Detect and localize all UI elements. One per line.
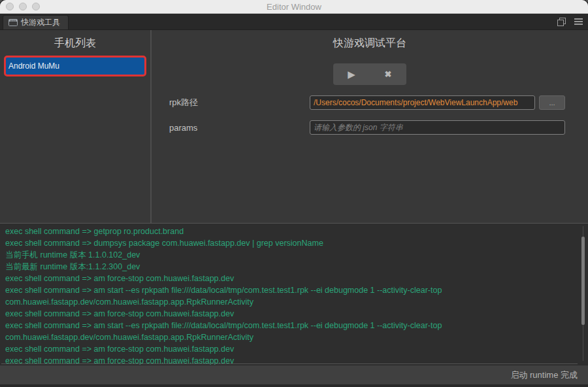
play-button[interactable]: ▶	[333, 63, 370, 85]
params-label: params	[169, 123, 310, 133]
editor-window: Editor Window 快游戏工具	[0, 0, 588, 387]
console-vscrollbar-thumb[interactable]	[581, 237, 585, 325]
window-title: Editor Window	[0, 2, 588, 12]
stacked-windows-icon[interactable]	[557, 18, 566, 26]
window-bottom-edge	[0, 384, 588, 387]
run-control-group: ▶ ✖	[333, 63, 406, 85]
console-line: exec shell command => dumpsys package co…	[5, 237, 579, 249]
console-line: 当前最新 runtime 版本:1.1.2.300_dev	[5, 261, 579, 273]
tab-strip: 快游戏工具	[0, 14, 588, 30]
device-list-panel: 手机列表 Android MuMu	[0, 30, 152, 223]
status-bar: 启动 runtime 完成	[0, 365, 588, 384]
play-icon: ▶	[348, 69, 355, 80]
console-log[interactable]: exec shell command => getprop ro.product…	[0, 223, 588, 365]
tab-quickgame-tool[interactable]: 快游戏工具	[3, 15, 69, 29]
console-lines: exec shell command => getprop ro.product…	[5, 226, 579, 365]
status-text: 启动 runtime 完成	[510, 369, 578, 381]
console-line: com.huawei.fastapp.dev/com.huawei.fastap…	[5, 331, 579, 343]
stop-button[interactable]: ✖	[370, 63, 406, 85]
device-item-android-mumu[interactable]: Android MuMu	[4, 56, 146, 76]
debug-platform-header: 快游戏调试平台	[152, 35, 588, 56]
params-input[interactable]	[310, 120, 565, 135]
main-area: 手机列表 Android MuMu 快游戏调试平台 ▶ ✖ rpk路径 ...	[0, 30, 588, 223]
console-line: exec shell command => am start --es rpkp…	[5, 284, 579, 296]
hamburger-menu-icon[interactable]	[574, 18, 583, 25]
console-line: exec shell command => am force-stop com.…	[5, 343, 579, 355]
console-hscrollbar-track	[1, 363, 578, 364]
device-list-header: 手机列表	[0, 35, 150, 56]
rpk-path-label: rpk路径	[169, 97, 310, 109]
params-row: params	[152, 120, 588, 135]
console-line: exec shell command => am force-stop com.…	[5, 273, 579, 284]
rpk-path-input[interactable]	[310, 95, 535, 110]
console-line: exec shell command => getprop ro.product…	[5, 226, 579, 237]
rpk-path-row: rpk路径 ...	[152, 95, 588, 110]
console-line: com.huawei.fastapp.dev/com.huawei.fastap…	[5, 296, 579, 308]
device-label: Android MuMu	[8, 61, 59, 71]
close-icon: ✖	[385, 69, 392, 79]
console-line: exec shell command => am force-stop com.…	[5, 308, 579, 320]
titlebar: Editor Window	[0, 0, 588, 14]
debug-platform-panel: 快游戏调试平台 ▶ ✖ rpk路径 ... params	[152, 30, 588, 223]
tab-label: 快游戏工具	[21, 17, 60, 28]
editor-window-icon	[8, 19, 18, 26]
browse-button[interactable]: ...	[539, 95, 565, 110]
console-line: 当前手机 runtime 版本 1.1.0.102_dev	[5, 249, 579, 261]
console-line: exec shell command => am start --es rpkp…	[5, 320, 579, 331]
